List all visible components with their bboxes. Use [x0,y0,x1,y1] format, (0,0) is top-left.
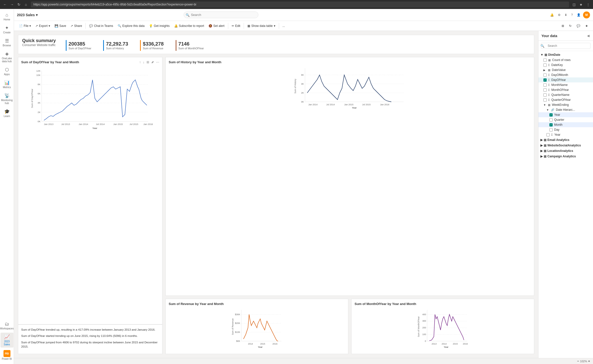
cb-countofrows[interactable] [543,59,547,62]
filter-group-dimdate-header[interactable]: ▼ ▦ DimDate [538,52,593,58]
workspaces-icon: 🗂 [5,321,9,327]
more-options-button[interactable]: ⋯ [155,60,160,64]
sidebar-item-create[interactable]: ✦ Create [0,24,13,36]
cb-monthofyear[interactable] [543,88,547,92]
sidebar-item-home[interactable]: ⌂ Home [0,11,13,23]
cb-quarterofyear[interactable] [543,98,547,102]
sidebar-item-apps[interactable]: ⬡ Apps [0,65,13,77]
refresh-button[interactable]: ↻ [16,1,22,7]
chart-right: Sum of History by Year and Month 0K 2K 4… [165,57,534,354]
expand-button[interactable]: ⊞ [146,60,150,64]
cb-dayofmonth[interactable] [543,73,547,77]
sort-asc-button[interactable]: ↑ [139,60,142,64]
filter-item-quarter[interactable]: Quarter [538,117,593,122]
filter-item-monthname[interactable]: Σ MonthName [538,82,593,87]
sidebar-item-browse[interactable]: ☰ Browse [0,37,13,49]
filter-item-dayofyear[interactable]: ✓ Σ DayOfYear [538,77,593,82]
campaign-label: Campaign Analytics [547,155,576,158]
apps-icon: ⬡ [5,67,9,72]
avatar[interactable]: M [583,11,590,18]
help-button[interactable]: ? [570,11,574,18]
sidebar-item-learn-label: Learn [4,115,10,118]
search-input[interactable] [184,11,258,18]
svg-text:$30K: $30K [235,313,240,316]
cb-month[interactable]: ✓ [549,123,553,126]
download-button[interactable]: ⬇ [563,11,569,18]
sidebar-item-monitoring[interactable]: 📡 Monitoring hub [0,91,13,106]
filter-group-emailanalytics-header[interactable]: ▶ ▦ Email Analytics [538,137,593,143]
zoom-in-button[interactable]: + [588,359,590,363]
sort-desc-button[interactable]: ↓ [143,60,145,64]
filter-item-year[interactable]: ✓ Year [538,112,593,117]
export-button[interactable]: ↗ Export ▾ [33,23,52,29]
set-alert-button[interactable]: 🔕 Set alert [207,23,226,29]
filter-item-quarterofyear[interactable]: Σ QuarterOfYear [538,97,593,102]
top-search-wrapper: 🔍 [184,11,258,18]
sidebar-item-workspaces[interactable]: 🗂 Workspaces [0,320,13,332]
filter-group-campaign-header[interactable]: ▶ ▦ Campaign Analytics [538,154,593,159]
view-toggle-button[interactable]: ⊞ [560,23,566,29]
filter-item-weekending[interactable]: ▼ ▦ WeekEnding [538,102,593,107]
share-button[interactable]: ↗ Share [69,23,84,29]
filter-item-quartername[interactable]: Σ QuarterName [538,92,593,97]
subscribe-button[interactable]: 🔔 Subscribe to report [172,23,206,29]
filters-search-input[interactable] [541,43,591,49]
drill-button[interactable]: ⬈ [151,60,154,64]
more-button[interactable]: ... [281,23,287,29]
cb-year-sigma[interactable] [546,133,550,136]
cb-day[interactable] [549,128,553,131]
filter-item-monthofyear[interactable]: Σ MonthOfYear [538,87,593,92]
share-top-button[interactable]: 👤 [575,11,582,18]
svg-text:0K: 0K [301,101,304,103]
cb-year[interactable]: ✓ [549,113,553,117]
edit-button[interactable]: ✏ Edit [230,23,242,29]
kpi-monthofyear-label: Sum of MonthOfYear [178,47,204,50]
sidebar-item-learn[interactable]: 🎓 Learn [0,107,13,119]
back-button[interactable]: ← [2,1,8,7]
filter-item-datehierarc[interactable]: ▼ 🔗 Date Hierarc... [538,107,593,112]
explore-data-button[interactable]: 🔍 Explore this data [116,23,147,29]
filter-item-month[interactable]: ✓ Month [538,122,593,127]
sidebar-item-powerbi[interactable]: PBI Power BI [0,349,13,362]
comment-button[interactable]: 💬 [575,23,582,29]
svg-text:Jan 2014: Jan 2014 [79,123,88,125]
forward-button[interactable]: → [9,1,15,7]
settings-button[interactable]: ⚙ [556,11,562,18]
cb-quarter[interactable] [549,118,553,121]
sidebar-item-metrics[interactable]: 📊 Metrics [0,78,13,90]
filter-group-location-header[interactable]: ▶ ▦ LocationAnalytics [538,148,593,154]
cb-quartername[interactable] [543,93,547,97]
filters-collapse-button[interactable]: ◀ [587,33,590,38]
filter-item-countofrows[interactable]: ▦ Count of rows [538,58,593,62]
extensions-button[interactable]: ◫ [571,1,577,7]
refresh-report-button[interactable]: ↻ [567,23,574,29]
cb-datekey[interactable] [543,63,547,67]
sidebar-item-sales[interactable]: 📈 2023 Sales [0,333,13,348]
save-button[interactable]: 💾 Save [53,23,68,29]
filter-item-day[interactable]: Day [538,127,593,132]
zoom-out-button[interactable]: − [577,359,579,363]
filter-item-year-sigma[interactable]: Σ Year [538,132,593,137]
address-bar[interactable] [31,1,569,7]
bookmark-button[interactable]: ★ [583,23,590,29]
sigma-icon-quarterofyear: Σ [548,98,550,101]
cb-monthname[interactable] [543,83,547,87]
home-button[interactable]: ⌂ [23,1,29,7]
dayofyear-chart-card: Sum of DayOfYear by Year and Month ↑ ↓ ⊞… [18,57,162,324]
filter-item-dayofmonth[interactable]: Σ DayOfMonth [538,72,593,77]
title-dropdown-icon[interactable]: ▾ [36,13,38,17]
svg-text:0K: 0K [38,120,41,123]
filter-item-datevalue[interactable]: ▶ ▦ DateValue [538,67,593,72]
file-button[interactable]: 📄 File ▾ [17,23,33,29]
settings-button[interactable]: ⋮ [585,1,591,7]
filter-group-websitesocial-header[interactable]: ▶ ▦ WebsiteSocialAnalytics [538,143,593,148]
notification-button[interactable]: 🔔 [549,11,555,18]
cb-dayofyear[interactable]: ✓ [543,78,547,82]
show-data-table-button[interactable]: ▦ Show data table ▾ [245,23,277,29]
filter-item-datekey[interactable]: Σ DateKey [538,62,593,67]
svg-text:300: 300 [422,320,426,322]
get-insights-button[interactable]: 💡 Get insights [147,23,171,29]
favorites-button[interactable]: ★ [578,1,584,7]
sidebar-item-onelake[interactable]: ◈ OneLake data hub [0,50,13,64]
chat-in-teams-button[interactable]: 💬 Chat in Teams [87,23,115,29]
